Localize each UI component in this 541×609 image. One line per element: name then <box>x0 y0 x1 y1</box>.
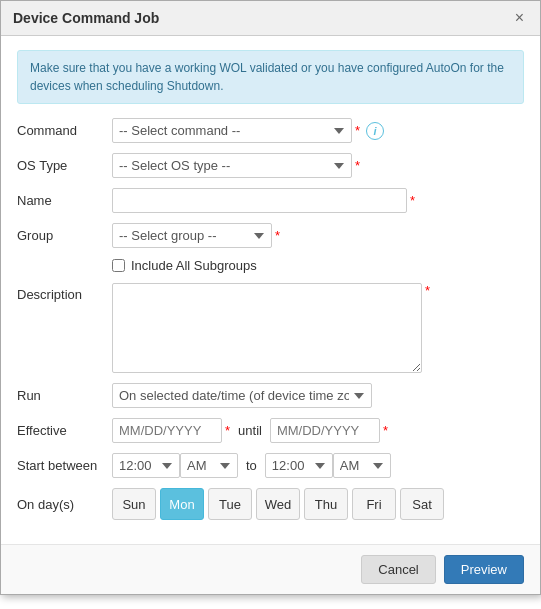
end-time-select[interactable]: 12:00 <box>265 453 333 478</box>
name-input[interactable] <box>112 188 407 213</box>
effective-row: Effective * until * <box>17 418 524 443</box>
effective-start-required: * <box>225 423 230 438</box>
os-type-control-wrap: -- Select OS type -- * <box>112 153 524 178</box>
end-ampm-select[interactable]: AM PM <box>333 453 391 478</box>
effective-end-input[interactable] <box>270 418 380 443</box>
dialog-body: Make sure that you have a working WOL va… <box>1 36 540 544</box>
os-type-label: OS Type <box>17 158 112 173</box>
name-control-wrap: * <box>112 188 524 213</box>
command-control-wrap: -- Select command -- * i <box>112 118 524 143</box>
run-row: Run On selected date/time (of device tim… <box>17 383 524 408</box>
until-label: until <box>238 423 262 438</box>
info-icon[interactable]: i <box>366 122 384 140</box>
description-row: Description * <box>17 283 524 373</box>
day-button-fri[interactable]: Fri <box>352 488 396 520</box>
on-days-row: On day(s) SunMonTueWedThuFriSat <box>17 488 524 520</box>
command-select[interactable]: -- Select command -- <box>112 118 352 143</box>
command-required: * <box>355 123 360 138</box>
dialog-title: Device Command Job <box>13 10 159 26</box>
start-between-label: Start between <box>17 458 112 473</box>
effective-label: Effective <box>17 423 112 438</box>
dialog-header: Device Command Job × <box>1 1 540 36</box>
include-subgroups-row: Include All Subgroups <box>112 258 524 273</box>
on-days-label: On day(s) <box>17 497 112 512</box>
start-between-row: Start between 12:00 AM PM to 12:00 AM PM <box>17 453 524 478</box>
description-control-wrap: * <box>112 283 430 373</box>
description-textarea[interactable] <box>112 283 422 373</box>
name-required: * <box>410 193 415 208</box>
to-label: to <box>246 458 257 473</box>
run-select[interactable]: On selected date/time (of device time zo <box>112 383 372 408</box>
group-label: Group <box>17 228 112 243</box>
include-subgroups-label: Include All Subgroups <box>131 258 257 273</box>
os-type-row: OS Type -- Select OS type -- * <box>17 153 524 178</box>
day-button-sat[interactable]: Sat <box>400 488 444 520</box>
dialog-footer: Cancel Preview <box>1 544 540 594</box>
name-label: Name <box>17 193 112 208</box>
name-row: Name * <box>17 188 524 213</box>
run-control-wrap: On selected date/time (of device time zo <box>112 383 524 408</box>
close-button[interactable]: × <box>511 9 528 27</box>
description-required: * <box>425 283 430 298</box>
command-label: Command <box>17 123 112 138</box>
start-time-select[interactable]: 12:00 <box>112 453 180 478</box>
day-button-tue[interactable]: Tue <box>208 488 252 520</box>
effective-control-wrap: * until * <box>112 418 524 443</box>
day-button-wed[interactable]: Wed <box>256 488 300 520</box>
group-required: * <box>275 228 280 243</box>
command-row: Command -- Select command -- * i <box>17 118 524 143</box>
description-label: Description <box>17 283 112 302</box>
group-row: Group -- Select group -- * <box>17 223 524 248</box>
alert-message: Make sure that you have a working WOL va… <box>17 50 524 104</box>
start-ampm-select[interactable]: AM PM <box>180 453 238 478</box>
os-type-select[interactable]: -- Select OS type -- <box>112 153 352 178</box>
day-button-sun[interactable]: Sun <box>112 488 156 520</box>
os-type-required: * <box>355 158 360 173</box>
day-button-mon[interactable]: Mon <box>160 488 204 520</box>
effective-end-required: * <box>383 423 388 438</box>
run-label: Run <box>17 388 112 403</box>
start-between-control-wrap: 12:00 AM PM to 12:00 AM PM <box>112 453 524 478</box>
include-subgroups-checkbox[interactable] <box>112 259 125 272</box>
group-control-wrap: -- Select group -- * <box>112 223 524 248</box>
effective-start-input[interactable] <box>112 418 222 443</box>
days-row: SunMonTueWedThuFriSat <box>112 488 444 520</box>
day-button-thu[interactable]: Thu <box>304 488 348 520</box>
preview-button[interactable]: Preview <box>444 555 524 584</box>
cancel-button[interactable]: Cancel <box>361 555 435 584</box>
device-command-job-dialog: Device Command Job × Make sure that you … <box>0 0 541 595</box>
group-select[interactable]: -- Select group -- <box>112 223 272 248</box>
